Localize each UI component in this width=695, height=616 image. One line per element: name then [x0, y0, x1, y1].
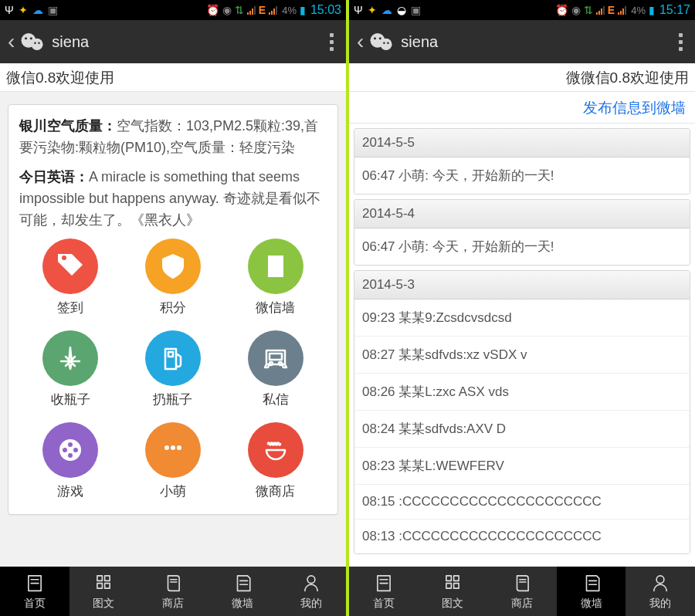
wall-date-group: 2014-5-4 06:47 小萌: 今天，开始新的一天! [354, 199, 690, 266]
status-clock: 15:17 [659, 3, 690, 17]
nav-label: 商店 [162, 597, 184, 611]
grid-item-label: 微商店 [256, 482, 295, 500]
grid-item-label: 积分 [160, 299, 186, 316]
air-quality-label: 银川空气质量： [19, 118, 117, 134]
wall-date-header: 2014-5-4 [354, 200, 690, 228]
wall-date-header: 2014-5-5 [354, 129, 690, 157]
svg-point-5 [39, 42, 41, 44]
grid-item-7[interactable]: 小萌 [122, 422, 225, 500]
nav-book[interactable]: 商店 [138, 567, 208, 616]
back-button[interactable]: ‹ [357, 29, 364, 54]
yen-shield-icon [145, 239, 201, 294]
grid-item-3[interactable]: 收瓶子 [19, 330, 122, 408]
grid-item-label: 私信 [263, 391, 289, 408]
note-icon [581, 572, 602, 594]
svg-point-1 [32, 39, 43, 50]
alarm-icon: ⏰ [206, 4, 219, 16]
wifi-icon: ◉ [571, 4, 581, 16]
svg-point-4 [34, 42, 36, 44]
building-icon [248, 239, 303, 294]
star-icon: ✦ [19, 4, 28, 16]
grid-item-4[interactable]: 扔瓶子 [122, 330, 225, 408]
phone-screen-wall: Ψ ✦ ☁ ◒ ▣ ⏰ ◉ ⇅ E 4% ▮ 15:17 ‹ siena 微微信… [349, 0, 695, 616]
sync-icon: ⇅ [584, 4, 593, 16]
feature-grid: 签到 积分 微信墙 收瓶子 扔瓶子 私信 游戏 小萌 [19, 239, 327, 500]
nav-person[interactable]: 我的 [276, 567, 346, 616]
grid-item-2[interactable]: 微信墙 [224, 239, 327, 316]
tiles-icon [93, 572, 114, 594]
nav-home[interactable]: 首页 [0, 567, 70, 616]
publish-link[interactable]: 发布信息到微墙 [583, 100, 686, 116]
english-line: 今日英语：A miracle is something that seems i… [19, 167, 327, 232]
network-e-icon: E [608, 4, 615, 16]
network-e-icon: E [259, 4, 266, 16]
nav-label: 首页 [24, 597, 46, 611]
compass-icon [42, 330, 98, 386]
nav-label: 微墙 [581, 597, 602, 611]
bus-icon [248, 330, 303, 386]
grid-item-label: 小萌 [160, 482, 186, 500]
titlebar: ‹ siena [349, 20, 695, 63]
person-icon [650, 572, 670, 594]
grid-item-8[interactable]: 微商店 [224, 422, 327, 500]
signal-bars-2-icon [269, 5, 277, 15]
wall-row[interactable]: 06:47 小萌: 今天，开始新的一天! [354, 228, 690, 265]
grid-item-label: 扔瓶子 [153, 391, 192, 408]
android-icon: ▣ [48, 4, 58, 16]
wall-row[interactable]: 08:23 某某L:WEWFERV [354, 448, 690, 485]
nav-tiles[interactable]: 图文 [70, 567, 139, 616]
back-button[interactable]: ‹ [8, 29, 15, 54]
wall-row[interactable]: 08:26 某某L:zxc ASX vds [354, 374, 690, 411]
svg-point-11 [388, 42, 390, 44]
svg-point-9 [379, 37, 381, 39]
wall-feed[interactable]: 2014-5-5 06:47 小萌: 今天，开始新的一天! 2014-5-4 0… [349, 124, 695, 567]
nav-label: 商店 [511, 597, 533, 611]
signal-bars-icon [596, 5, 605, 15]
svg-point-8 [374, 37, 376, 39]
marquee-banner: 微信0.8欢迎使用 [0, 63, 346, 92]
wall-date-header: 2014-5-3 [354, 271, 690, 300]
wall-date-group: 2014-5-3 09:23 某某9:Zcsdcvsdcsd08:27 某某sd… [354, 270, 690, 554]
grid-item-5[interactable]: 私信 [224, 330, 327, 408]
grid-item-label: 游戏 [57, 482, 83, 500]
overflow-menu-button[interactable] [674, 33, 687, 51]
grid-item-label: 微信墙 [256, 299, 295, 316]
wall-row[interactable]: 06:47 小萌: 今天，开始新的一天! [354, 157, 690, 194]
nav-book[interactable]: 商店 [487, 567, 557, 616]
wall-row[interactable]: 08:15 :CCCCCCCCCCCCCCCCCCCCC [354, 485, 690, 520]
status-right-icons: ⏰ ◉ ⇅ E 4% ▮ 15:17 [555, 3, 690, 17]
android-icon: ▣ [411, 4, 421, 16]
nav-label: 我的 [649, 597, 671, 611]
noodle-icon [248, 422, 303, 478]
nav-person[interactable]: 我的 [626, 567, 695, 616]
status-clock: 15:03 [310, 3, 341, 17]
wall-row[interactable]: 08:13 :CCCCCCCCCCCCCCCCCCCCC [354, 520, 690, 553]
wifi-icon: ◉ [222, 4, 232, 16]
nav-label: 首页 [373, 597, 395, 611]
grid-item-1[interactable]: 积分 [122, 239, 225, 316]
nav-home[interactable]: 首页 [349, 567, 419, 616]
status-right-icons: ⏰ ◉ ⇅ E 4% ▮ 15:03 [206, 3, 341, 17]
wall-row[interactable]: 09:23 某某9:Zcsdcvsdcsd [354, 300, 690, 337]
overflow-menu-button[interactable] [325, 33, 338, 51]
battery-percent: 4% [282, 5, 297, 16]
nav-tiles[interactable]: 图文 [419, 567, 488, 616]
nav-label: 图文 [93, 597, 114, 611]
cat-icon: ☁ [381, 4, 392, 16]
nav-label: 我的 [300, 597, 322, 611]
grid-item-label: 收瓶子 [51, 391, 90, 408]
air-quality-line: 银川空气质量：空气指数：103,PM2.5颗粒:39,首要污染物:颗粒物(PM1… [19, 116, 327, 159]
wall-row[interactable]: 08:27 某某sdfvds:xz vSDX v [354, 337, 690, 374]
person-icon [301, 572, 321, 594]
nav-note[interactable]: 微墙 [557, 567, 626, 616]
nav-note[interactable]: 微墙 [208, 567, 277, 616]
grid-item-0[interactable]: 签到 [19, 239, 122, 316]
signal-bars-2-icon [618, 5, 626, 15]
status-left-icons: Ψ ✦ ☁ ◒ ▣ [354, 4, 421, 16]
banner-text: 微微信0.8欢迎使用 [566, 68, 689, 88]
note-icon [232, 572, 253, 594]
wall-row[interactable]: 08:24 某某sdfvds:AXV D [354, 411, 690, 448]
banner-text: 微信0.8欢迎使用 [6, 68, 114, 88]
grid-item-6[interactable]: 游戏 [19, 422, 122, 500]
book-icon [163, 572, 183, 594]
